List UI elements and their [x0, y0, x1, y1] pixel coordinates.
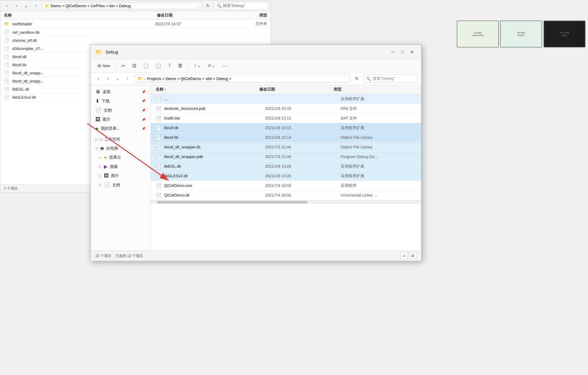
view-button[interactable]: ≡ ⌄ [205, 61, 218, 70]
file-type: 应用程序扩展 [341, 125, 416, 131]
file-name: QtCefDemo.exe [164, 183, 265, 188]
sidebar-item-downloads[interactable]: ⬇ 下载 📌 [91, 96, 151, 106]
expand-icon: ▷ [95, 138, 98, 141]
file-type: 应用程序扩展 [341, 96, 416, 102]
table-row[interactable]: 📄 libEGL.dll 2021/1/8 13:28 应用程序扩展 [151, 162, 421, 171]
maximize-button[interactable]: □ [398, 48, 407, 56]
file-name: cef_sandbox.lib [12, 30, 126, 35]
address-sep: » [144, 76, 146, 81]
search-icon: 🔍 [366, 76, 371, 81]
bg-col-name: 名称 [4, 13, 121, 18]
new-button[interactable]: ⊕ New [94, 61, 113, 70]
file-date: 2021/7/3 21:44 [265, 154, 341, 159]
file-date: 2021/1/8 13:28 [265, 164, 341, 169]
view-toggle-buttons: ≡ ⊞ [401, 252, 416, 259]
bg-column-headers: 名称 修改日期 类型 [0, 11, 271, 20]
expand-sub-icon: ▷ [99, 174, 101, 178]
file-icon: 📄 [156, 173, 162, 179]
view-icon: ≡ [208, 63, 211, 68]
table-row[interactable]: 📄 libGLESv2.dll 2021/1/8 13:28 应用程序扩展 [151, 171, 421, 181]
cut-button[interactable]: ✂ [118, 61, 128, 70]
bg-dropdown-button[interactable]: ⌄ [22, 2, 30, 10]
bg-col-date: 修改日期 [121, 13, 208, 18]
file-name: icudtl.dat [164, 116, 265, 120]
sidebar-item-jianguoyun[interactable]: ● 我的坚果... 📌 [91, 124, 151, 133]
bg-back-button[interactable]: ‹ [3, 2, 11, 10]
sidebar-item-desktop[interactable]: 🖥 桌面 📌 [91, 87, 151, 96]
sidebar-section-workspace[interactable]: ▷ ◇ 工作空间 [91, 135, 151, 144]
col-header-name[interactable]: 名称 ↑ [156, 87, 259, 92]
bg-search-placeholder: 搜索"Debug" [223, 3, 245, 8]
share-button[interactable]: ⤴ [165, 61, 174, 70]
bg-search-box[interactable]: 🔍 搜索"Debug" [214, 2, 268, 10]
sort-button[interactable]: ↕ ⌄ [191, 61, 204, 70]
sidebar-label-documents: 文档 [104, 108, 112, 113]
col-date-label: 修改日期 [259, 87, 275, 92]
bg-path-display[interactable]: 📁 Demo > QtCefDemo > CefFiles > bin > De… [42, 2, 202, 9]
sidebar-item-documents[interactable]: 📄 文档 📌 [91, 106, 151, 115]
table-row[interactable]: 📄 libcef.dll 2021/1/8 15:15 应用程序扩展 [151, 123, 421, 133]
file-date: 2021/7/4 16:56 [265, 183, 341, 188]
pin-icon: 📌 [142, 99, 146, 103]
table-row[interactable]: 📄 QtCefDemo.ilk 2021/7/4 16:56 Increment… [151, 191, 421, 200]
list-view-button[interactable]: ≡ [401, 252, 408, 259]
bg-up-button[interactable]: ↑ [32, 2, 40, 10]
close-button[interactable]: ✕ [408, 48, 416, 56]
forward-button[interactable]: › [104, 74, 112, 83]
status-total-text: 22 个项目 [95, 254, 111, 258]
table-row[interactable]: 📄 devtools_resources.pak 2021/1/8 15:33 … [151, 104, 421, 113]
table-row[interactable]: 📄 libcef_dll_wrapper.lib 2021/7/3 21:44 … [151, 142, 421, 152]
search-box[interactable]: 🔍 搜索"Debug" [363, 74, 418, 83]
minimize-button[interactable]: ─ [389, 48, 397, 56]
col-header-date[interactable]: 修改日期 [259, 87, 334, 92]
file-date: 2021/7/3 21:44 [265, 145, 341, 149]
address-path[interactable]: 📁 » Projects > Demo > QtCefDemo > x64 > … [134, 75, 350, 82]
file-type: 文件夹 [210, 21, 267, 26]
status-total: 22 个项目 已选择 12 个项目 [95, 253, 143, 259]
paste-button[interactable]: ⬚ [141, 61, 152, 70]
table-row[interactable]: 📄 libcef.lib 2021/1/8 15:14 Object File … [151, 133, 421, 142]
table-row[interactable]: 📄 libcef_dll_wrapper.pdb 2021/7/3 21:44 … [151, 152, 421, 162]
horizontal-scrollbar[interactable] [151, 200, 421, 204]
copy-button[interactable]: ⧉ [129, 61, 139, 70]
thumbnail-1: Qt appscreenshot [457, 20, 499, 48]
bg-refresh-button[interactable]: ↻ [204, 2, 212, 10]
recent-button[interactable]: ⌄ [114, 74, 122, 83]
file-date: 2021/1/8 15:14 [265, 135, 341, 140]
list-item[interactable]: 📄 cef_sandbox.lib [0, 28, 271, 36]
file-date: 2021/1/8 15:15 [265, 126, 341, 130]
sidebar-item-jianguoyun2[interactable]: ▷ ● 坚果云 [91, 153, 151, 162]
file-name: libcef.lib [164, 135, 265, 140]
sidebar-item-documents2[interactable]: ▷ 📄 文档 [91, 180, 151, 190]
col-header-type[interactable]: 类型 [334, 87, 416, 92]
file-date: 2021/1/8 13:12 [265, 116, 341, 120]
delete-button[interactable]: 🗑 [175, 61, 186, 70]
more-button[interactable]: ⋯ [219, 61, 230, 70]
list-item[interactable]: 📄 chrome_elf.dll [0, 36, 271, 45]
file-icon: 📄 [156, 144, 162, 150]
back-button[interactable]: ‹ [94, 74, 103, 83]
sidebar-item-pictures[interactable]: 🖼 图片 📌 [91, 115, 151, 124]
table-row[interactable]: 📄 ... 应用程序扩展 [151, 94, 421, 104]
file-name: libcef.dll [164, 126, 265, 130]
sidebar-item-pictures2[interactable]: ▷ 🖼 图片 [91, 171, 151, 180]
scrollbar-thumb[interactable] [157, 201, 307, 203]
refresh-button[interactable]: ↻ [353, 74, 361, 83]
grid-view-button[interactable]: ⊞ [409, 252, 416, 259]
table-row[interactable]: 📄 QtCefDemo.exe 2021/7/4 16:56 应用程序 [151, 181, 421, 191]
pictures-icon: 🖼 [95, 117, 100, 122]
up-button[interactable]: ↑ [123, 74, 132, 83]
bg-forward-button[interactable]: › [12, 2, 21, 10]
jianguoyun2-icon: ● [104, 155, 107, 160]
rename-button[interactable]: ⬚ [153, 61, 164, 70]
sidebar-section-this-pc[interactable]: ▽ 💻 此电脑 [91, 144, 151, 153]
pin-icon: 📌 [142, 127, 146, 131]
title-bar-controls: ─ □ ✕ [389, 48, 416, 56]
file-icon: 📄 [156, 106, 162, 111]
expand-sub-icon: ▷ [99, 156, 101, 160]
table-row[interactable]: 📄 icudtl.dat 2021/1/8 13:12 DAT 文件 [151, 113, 421, 123]
list-item[interactable]: 📁 swiftshader 2021/7/4 14:57 文件夹 [0, 20, 271, 28]
sidebar-item-video[interactable]: ▷ ▶ 视频 [91, 162, 151, 171]
file-icon: 📄 [156, 125, 162, 131]
sidebar-label-downloads: 下载 [102, 98, 110, 104]
